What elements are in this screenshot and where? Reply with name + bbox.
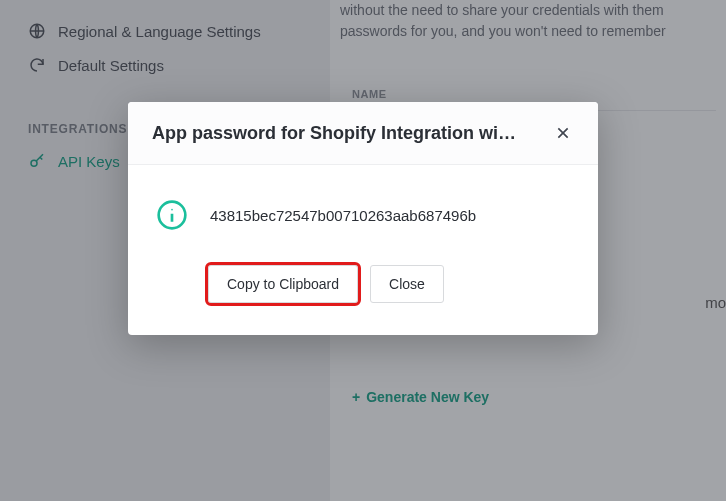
app-password-modal: App password for Shopify Integration wi…… [128,102,598,335]
info-icon [156,199,188,231]
copy-to-clipboard-button[interactable]: Copy to Clipboard [208,265,358,303]
modal-footer: Copy to Clipboard Close [128,237,598,335]
app-password-value: 43815bec72547b00710263aab687496b [210,207,476,224]
modal-overlay: App password for Shopify Integration wi…… [0,0,726,501]
modal-body: 43815bec72547b00710263aab687496b [128,165,598,237]
close-button[interactable]: Close [370,265,444,303]
svg-point-3 [171,209,173,211]
modal-header: App password for Shopify Integration wi… [128,102,598,165]
close-icon[interactable] [552,122,574,144]
modal-title: App password for Shopify Integration wi… [152,123,542,144]
